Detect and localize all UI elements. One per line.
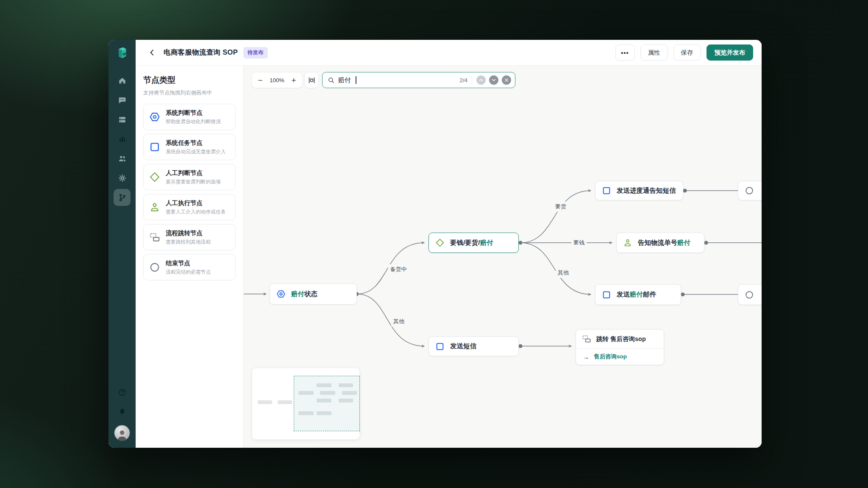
person-icon xyxy=(623,238,632,247)
match-count: 2/4 xyxy=(459,77,467,83)
zoom-out-button[interactable]: − xyxy=(256,76,264,84)
diamond-icon xyxy=(435,238,445,247)
node-type-desc: 流程完结的必需节点 xyxy=(166,269,211,276)
circle-icon xyxy=(745,186,754,195)
bar-chart-icon xyxy=(118,135,127,144)
nav-notifications[interactable] xyxy=(114,403,131,420)
content-area: 节点类型 支持将节点拖拽到右侧画布中 系统判断节点 帮助坐席自动化判断情况 系统… xyxy=(136,66,762,448)
node-peifu-status[interactable]: 赔付状态 xyxy=(270,283,357,305)
server-icon xyxy=(118,115,127,124)
node-type-desc: 需要跳转到其他流程 xyxy=(166,239,211,246)
node-sms-progress[interactable]: 发送进度通告知短信 xyxy=(595,181,683,200)
nav-settings[interactable] xyxy=(114,169,131,186)
more-button[interactable]: ••• xyxy=(615,44,635,61)
jump-icon xyxy=(582,334,591,344)
minimap-viewport[interactable] xyxy=(294,376,360,431)
node-type-system-decision[interactable]: 系统判断节点 帮助坐席自动化判断情况 xyxy=(143,104,236,130)
save-button[interactable]: 保存 xyxy=(673,44,701,61)
nav-users[interactable] xyxy=(114,150,131,167)
arrow-right-icon: → xyxy=(583,353,589,360)
page-header: 电商客服物流查询 SOP 待发布 ••• 属性 保存 预览并发布 xyxy=(136,40,762,66)
avatar-person-icon xyxy=(116,428,128,441)
chat-icon xyxy=(118,96,127,105)
node-type-label: 结束节点 xyxy=(166,259,211,267)
edge-label: 其他 xyxy=(556,268,571,278)
close-icon xyxy=(504,78,509,83)
node-label: 发送短信 xyxy=(450,342,476,351)
gear-icon xyxy=(118,174,127,183)
back-button[interactable] xyxy=(146,46,159,59)
node-end-1[interactable] xyxy=(738,181,762,200)
node-end-2[interactable] xyxy=(738,284,762,305)
search-icon xyxy=(328,77,335,84)
node-notify-tracking[interactable]: 告知物流单号赔付 xyxy=(616,233,704,253)
nav-workspace[interactable] xyxy=(114,111,131,128)
edge-label: 要货 xyxy=(553,202,568,212)
chevron-up-icon xyxy=(479,78,484,83)
node-type-label: 系统判断节点 xyxy=(166,109,221,117)
header-actions: ••• 属性 保存 预览并发布 xyxy=(615,44,754,61)
bell-icon xyxy=(118,408,127,416)
square-icon xyxy=(602,186,611,195)
node-label: 告知物流单号赔付 xyxy=(638,238,690,247)
node-type-desc: 系统自动完成无需坐席介入 xyxy=(166,149,226,155)
node-send-sms[interactable]: 发送短信 xyxy=(428,336,519,356)
node-type-manual-decision[interactable]: 人工判断节点 展示需要坐席判断的选项 xyxy=(143,164,236,190)
minimap-node xyxy=(278,400,292,404)
page-title: 电商客服物流查询 SOP xyxy=(164,48,238,57)
hexagon-dot-icon xyxy=(149,111,160,122)
close-search-button[interactable] xyxy=(502,75,511,85)
user-avatar[interactable] xyxy=(114,425,130,441)
nav-chat[interactable] xyxy=(114,92,131,108)
canvas-search-input[interactable]: 赔付 2/4 xyxy=(322,72,515,88)
panel-subtitle: 支持将节点拖拽到右侧画布中 xyxy=(143,89,236,97)
main-area: 电商客服物流查询 SOP 待发布 ••• 属性 保存 预览并发布 节点类型 支持… xyxy=(136,40,762,448)
node-type-label: 流程跳转节点 xyxy=(166,229,211,237)
home-icon xyxy=(118,76,127,85)
help-icon xyxy=(118,388,127,397)
node-label: 跳转 售后咨询sop xyxy=(596,335,646,343)
square-icon xyxy=(435,342,445,351)
minimap[interactable] xyxy=(252,368,360,440)
fit-view-button[interactable] xyxy=(304,72,319,88)
node-type-desc: 帮助坐席自动化判断情况 xyxy=(166,119,221,125)
edge-label: 要钱 xyxy=(571,238,587,248)
nav-home[interactable] xyxy=(114,72,131,89)
next-match-button[interactable] xyxy=(489,75,498,85)
divider xyxy=(472,76,472,84)
node-type-panel: 节点类型 支持将节点拖拽到右侧画布中 系统判断节点 帮助坐席自动化判断情况 系统… xyxy=(136,66,244,448)
app-logo-icon xyxy=(114,45,130,61)
node-type-label: 人工执行节点 xyxy=(166,199,226,207)
app-window: 电商客服物流查询 SOP 待发布 ••• 属性 保存 预览并发布 节点类型 支持… xyxy=(108,40,762,448)
node-label: 要钱/要货/赔付 xyxy=(450,238,493,247)
zoom-level: 100% xyxy=(270,77,284,83)
hexagon-dot-icon xyxy=(276,289,286,299)
circle-icon xyxy=(149,262,160,273)
fit-view-icon xyxy=(308,76,316,84)
node-type-label: 系统任务节点 xyxy=(166,139,226,147)
flow-canvas[interactable]: 备货中 其他 要货 要钱 其他 − 100% + xyxy=(244,66,762,448)
nav-flow-active[interactable] xyxy=(114,189,131,206)
prev-match-button[interactable] xyxy=(476,75,486,85)
publish-button[interactable]: 预览并发布 xyxy=(707,44,754,61)
node-jump-aftersales[interactable]: 跳转 售后咨询sop → 售后咨询sop xyxy=(576,329,664,365)
node-type-label: 人工判断节点 xyxy=(166,169,221,177)
chevron-left-icon xyxy=(148,48,156,57)
node-type-end[interactable]: 结束节点 流程完结的必需节点 xyxy=(143,254,236,280)
node-type-flow-jump[interactable]: 流程跳转节点 需要跳转到其他流程 xyxy=(143,224,236,250)
nav-analytics[interactable] xyxy=(114,130,131,147)
node-type-system-task[interactable]: 系统任务节点 系统自动完成无需坐席介入 xyxy=(143,134,236,160)
nav-help[interactable] xyxy=(114,384,131,401)
jump-node-target[interactable]: → 售后咨询sop xyxy=(576,348,664,365)
chevron-down-icon xyxy=(491,78,496,83)
node-type-manual-action[interactable]: 人工执行节点 需要人工介入的动作或任务 xyxy=(143,194,236,220)
node-type-desc: 需要人工介入的动作或任务 xyxy=(166,209,226,216)
node-label: 赔付状态 xyxy=(291,290,317,299)
properties-button[interactable]: 属性 xyxy=(640,44,668,61)
node-decision[interactable]: 要钱/要货/赔付 xyxy=(428,233,519,253)
node-send-email[interactable]: 发送赔付邮件 xyxy=(595,284,681,305)
text-caret xyxy=(356,76,356,84)
edge-label: 其他 xyxy=(391,316,406,327)
zoom-in-button[interactable]: + xyxy=(290,76,298,84)
panel-title: 节点类型 xyxy=(143,75,236,86)
